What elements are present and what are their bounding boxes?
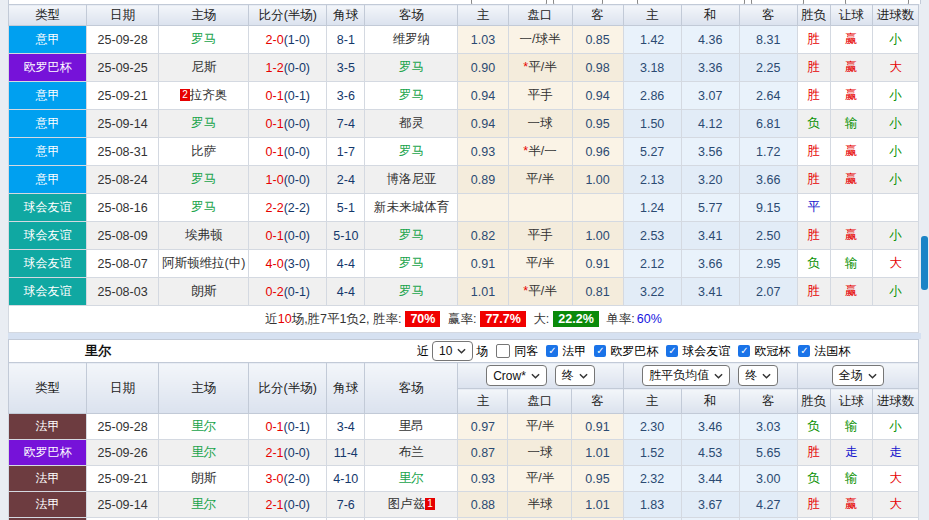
lille-section-bar: 里尔 近 10 场 同客 ✓ 法甲 ✓ 欧罗巴杯 ✓ 球会友谊 ✓ 欧冠杯 ✓ … xyxy=(8,339,919,362)
corner-cell: 7-4 xyxy=(327,110,365,138)
away-team-cell[interactable]: 维罗纳 xyxy=(365,26,458,54)
score-cell[interactable]: 2-2(2-2) xyxy=(249,194,327,222)
europe-view-select[interactable]: 胜平负均值 xyxy=(642,365,730,386)
home-team-cell[interactable]: 里尔 xyxy=(159,414,249,440)
wdl-result-cell: 胜 xyxy=(797,440,830,466)
handicap-cell: 平手 xyxy=(508,82,572,110)
win-ratio-label: 赢率: xyxy=(448,312,476,326)
away-team-cell[interactable]: 里昂 xyxy=(365,414,458,440)
europe-stage-select[interactable]: 终 xyxy=(738,365,778,386)
score-cell[interactable]: 0-1(0-0) xyxy=(249,138,327,166)
corner-cell: 4-4 xyxy=(327,278,365,306)
score-cell[interactable]: 0-2(0-1) xyxy=(249,278,327,306)
vertical-scrollbar-thumb[interactable] xyxy=(921,236,928,290)
away-team-cell[interactable]: 都灵 xyxy=(365,110,458,138)
league5-checkbox[interactable]: ✓ xyxy=(798,345,810,357)
crow-away-odds-cell: 0.81 xyxy=(572,278,623,306)
date-cell: 25-09-14 xyxy=(87,110,159,138)
home-team-cell[interactable]: 尼斯 xyxy=(159,54,249,82)
team-name: 都灵 xyxy=(399,116,424,130)
recent-games-select[interactable]: 10 xyxy=(432,341,473,361)
score-cell[interactable]: 0-1(0-0) xyxy=(249,222,327,250)
score-cell[interactable]: 0-1(0-0) xyxy=(249,110,327,138)
score-cell[interactable]: 2-1(0-0) xyxy=(249,492,327,518)
score-cell[interactable]: 0-1(0-1) xyxy=(249,414,327,440)
corner-cell: 5-1 xyxy=(327,194,365,222)
away-team-cell[interactable]: 新未来城体育 xyxy=(365,194,458,222)
away-team-cell[interactable]: 罗马 xyxy=(365,222,458,250)
home-team-cell[interactable]: 朗斯 xyxy=(159,278,249,306)
wdl-result-cell: 胜 xyxy=(797,54,830,82)
score-cell[interactable]: 2-0(1-0) xyxy=(249,26,327,54)
home-team-cell[interactable]: 罗马 xyxy=(159,110,249,138)
handicap-cell: 平/半 xyxy=(508,250,572,278)
home-team-cell[interactable]: 里尔 xyxy=(159,492,249,518)
same-away-checkbox[interactable] xyxy=(496,344,510,358)
match-row: 意甲25-08-24罗马1-0(0-0)2-4博洛尼亚0.89平/半1.002.… xyxy=(9,166,919,194)
home-team-cell[interactable]: 埃弗顿 xyxy=(159,222,249,250)
home-team-cell[interactable]: 2拉齐奥 xyxy=(159,82,249,110)
league2-checkbox[interactable]: ✓ xyxy=(594,345,606,357)
score-cell[interactable]: 0-1(0-1) xyxy=(249,82,327,110)
away-team-cell[interactable]: 布兰 xyxy=(365,440,458,466)
away-team-cell[interactable]: 图卢兹1 xyxy=(365,492,458,518)
corner-cell: 11-4 xyxy=(327,440,365,466)
league3-checkbox[interactable]: ✓ xyxy=(666,345,678,357)
europe-stage-select-cut[interactable] xyxy=(751,0,804,4)
away-team-cell[interactable]: 罗马 xyxy=(365,278,458,306)
date-cell: 25-09-14 xyxy=(87,492,159,518)
wdl-result-cell: 胜 xyxy=(797,82,830,110)
match-row: 意甲25-09-28罗马2-0(1-0)8-1维罗纳1.03一/球半0.851.… xyxy=(9,26,919,54)
score-cell[interactable]: 1-0(0-0) xyxy=(249,166,327,194)
crow-away-odds-cell: 0.98 xyxy=(572,54,623,82)
team-name: 埃弗顿 xyxy=(185,228,223,242)
col-eu-away: 客 xyxy=(739,5,797,26)
odds-stage-select[interactable]: 终 xyxy=(555,365,595,386)
odds-company-select-cut[interactable] xyxy=(471,0,547,4)
score-cell[interactable]: 2-1(0-0) xyxy=(249,440,327,466)
col-date: 日期 xyxy=(87,363,159,414)
home-team-cell[interactable]: 朗斯 xyxy=(159,466,249,492)
away-team-cell[interactable]: 罗马 xyxy=(365,250,458,278)
odds-stage-select-cut[interactable] xyxy=(553,0,603,4)
europe-draw-cell: 3.41 xyxy=(681,278,739,306)
home-team-cell[interactable]: 阿斯顿维拉(中) xyxy=(159,250,249,278)
home-team-cell[interactable]: 比萨 xyxy=(159,138,249,166)
col-home: 主场 xyxy=(159,363,249,414)
scope-select[interactable]: 全场 xyxy=(832,365,884,386)
match-filters: 近 10 场 同客 ✓ 法甲 ✓ 欧罗巴杯 ✓ 球会友谊 ✓ 欧冠杯 ✓ 法国杯 xyxy=(417,341,850,361)
home-team-cell[interactable]: 罗马 xyxy=(159,166,249,194)
home-team-cell[interactable]: 里尔 xyxy=(159,440,249,466)
lille-matches-table: 类型 日期 主场 比分(半场) 角球 客场 Crow* 终 xyxy=(8,362,919,520)
europe-draw-cell: 5.77 xyxy=(681,194,739,222)
wdl-result-cell: 负 xyxy=(797,250,830,278)
col-crow-away: 客 xyxy=(572,5,623,26)
team-name: 罗马 xyxy=(191,32,216,46)
col-goals: 进球数 xyxy=(872,5,918,26)
corner-cell: 8-1 xyxy=(327,26,365,54)
away-team-cell[interactable]: 里尔 xyxy=(365,466,458,492)
crow-odds-group: Crow* 终 xyxy=(458,363,623,389)
league4-checkbox[interactable]: ✓ xyxy=(738,345,750,357)
europe-away-cell: 9.15 xyxy=(739,194,797,222)
europe-home-cell: 2.86 xyxy=(623,82,681,110)
away-team-cell[interactable]: 罗马 xyxy=(365,138,458,166)
europe-away-cell: 2.64 xyxy=(739,82,797,110)
away-team-cell[interactable]: 博洛尼亚 xyxy=(365,166,458,194)
home-team-cell[interactable]: 罗马 xyxy=(159,26,249,54)
home-team-cell[interactable]: 罗马 xyxy=(159,194,249,222)
scope-select-cut[interactable] xyxy=(845,0,909,4)
date-cell: 25-09-21 xyxy=(87,82,159,110)
roma-section: 类型 日期 主场 比分(半场) 角球 客场 主 盘口 客 主 和 客 胜负 让球… xyxy=(8,0,921,333)
europe-view-select-cut[interactable] xyxy=(637,0,745,4)
score-cell[interactable]: 4-0(3-0) xyxy=(249,250,327,278)
odds-company-select[interactable]: Crow* xyxy=(486,365,547,386)
score-cell[interactable]: 1-2(0-0) xyxy=(249,54,327,82)
away-team-cell[interactable]: 罗马 xyxy=(365,82,458,110)
cut-dropdown-row xyxy=(8,0,921,4)
away-team-cell[interactable]: 罗马 xyxy=(365,54,458,82)
league1-checkbox[interactable]: ✓ xyxy=(546,345,558,357)
score-cell[interactable]: 3-0(2-0) xyxy=(249,466,327,492)
corner-cell: 1-7 xyxy=(327,138,365,166)
handicap-result-cell xyxy=(830,194,872,222)
